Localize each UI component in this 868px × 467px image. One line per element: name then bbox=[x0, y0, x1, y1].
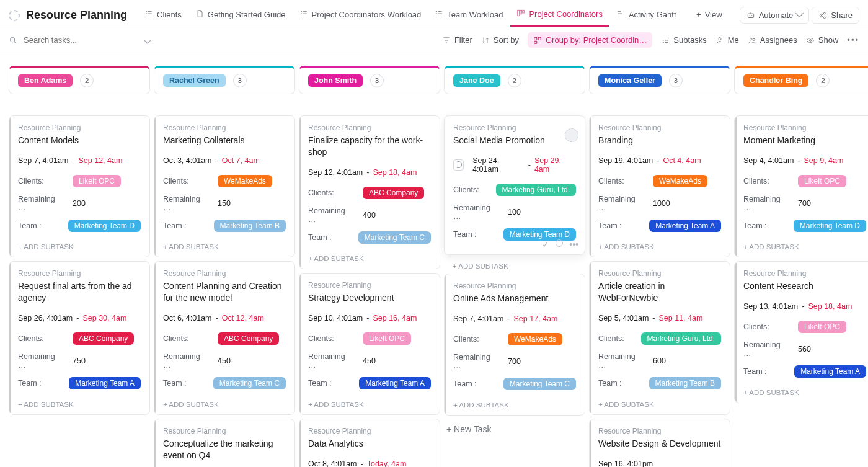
add-subtask-button[interactable]: + ADD SUBTASK bbox=[163, 239, 286, 257]
column: Jane Doe2Resource PlanningSocial Media P… bbox=[444, 66, 585, 467]
team-tag[interactable]: Marketing Team C bbox=[213, 377, 286, 389]
team-tag[interactable]: Marketing Team B bbox=[214, 220, 286, 232]
task-title: Strategy Development bbox=[308, 292, 431, 304]
group-by-pill[interactable]: Group by: Project Coordin… bbox=[528, 32, 652, 48]
column-header[interactable]: John Smith3 bbox=[299, 66, 440, 94]
add-subtask-button[interactable]: + ADD SUBTASK bbox=[598, 397, 721, 414]
column-header[interactable]: Chandler Bing2 bbox=[734, 66, 868, 94]
tab-project-coordinators[interactable]: Project Coordinators bbox=[510, 4, 609, 27]
task-card[interactable]: Resource PlanningMarketing CollateralsOc… bbox=[154, 115, 295, 257]
task-card[interactable]: Resource PlanningConceptualize the marke… bbox=[154, 419, 295, 467]
task-card[interactable]: Resource PlanningStrategy DevelopmentSep… bbox=[299, 273, 440, 415]
team-tag[interactable]: Marketing Team D bbox=[503, 228, 576, 241]
share-button[interactable]: Share bbox=[812, 7, 859, 24]
column-header[interactable]: Ben Adams2 bbox=[9, 66, 150, 94]
date-range: Sep 13, 4:01am-Sep 18, 4am bbox=[743, 302, 866, 311]
add-subtask-button[interactable]: + ADD SUBTASK bbox=[743, 239, 866, 257]
tab-clients[interactable]: Clients bbox=[138, 4, 188, 27]
team-tag[interactable]: Marketing Team A bbox=[359, 377, 431, 389]
automate-button[interactable]: Automate bbox=[740, 7, 810, 24]
task-card[interactable]: Resource PlanningOnline Ads ManagementSe… bbox=[444, 274, 585, 416]
add-subtask-button[interactable]: + ADD SUBTASK bbox=[18, 239, 141, 257]
tab-project-coordinators-workload[interactable]: Project Coordinators Workload bbox=[293, 4, 428, 27]
tab-getting-started-guide[interactable]: Getting Started Guide bbox=[189, 4, 292, 27]
new-task-button[interactable]: + New Task bbox=[444, 419, 585, 439]
task-card[interactable]: Resource PlanningWebsite Design & Develo… bbox=[589, 419, 730, 467]
date-range: Sep 12, 4:01am-Sep 18, 4am bbox=[308, 168, 431, 177]
svg-point-19 bbox=[809, 39, 811, 41]
client-tag[interactable]: WeMakeAds bbox=[653, 175, 707, 187]
team-label: Team : bbox=[18, 379, 54, 388]
task-card[interactable]: Resource PlanningRequest final arts from… bbox=[9, 261, 150, 415]
task-card[interactable]: Resource PlanningContent ModelsSep 7, 4:… bbox=[9, 115, 150, 257]
date-range: Sep 10, 4:01am-Sep 16, 4am bbox=[308, 314, 431, 322]
add-subtask-button[interactable]: + ADD SUBTASK bbox=[598, 239, 721, 257]
assignee-avatar[interactable] bbox=[565, 128, 578, 142]
due-date: Sep 12, 4am bbox=[78, 156, 122, 165]
tab-label: Getting Started Guide bbox=[208, 10, 286, 19]
team-tag[interactable]: Marketing Team A bbox=[69, 377, 141, 389]
team-tag[interactable]: Marketing Team B bbox=[649, 377, 722, 389]
client-tag[interactable]: LikeIt OPC bbox=[798, 321, 846, 333]
team-tag[interactable]: Marketing Team D bbox=[794, 220, 866, 232]
team-tag[interactable]: Marketing Team C bbox=[503, 378, 576, 390]
team-tag[interactable]: Marketing Team A bbox=[794, 365, 866, 378]
task-card[interactable]: Resource PlanningBrandingSep 19, 4:01am-… bbox=[589, 115, 730, 257]
plus-icon: + bbox=[696, 10, 701, 19]
team-tag[interactable]: Marketing Team D bbox=[68, 220, 141, 232]
add-subtask-button[interactable]: + ADD SUBTASK bbox=[444, 259, 585, 274]
task-card[interactable]: Resource PlanningArticle creation in Web… bbox=[589, 261, 730, 415]
task-card[interactable]: Resource PlanningFinalize capacity for t… bbox=[299, 115, 440, 269]
client-tag[interactable]: ABC Company bbox=[363, 187, 424, 199]
start-date: Sep 4, 4:01am bbox=[743, 156, 794, 165]
remaining-label: Remaining … bbox=[308, 352, 348, 370]
client-tag[interactable]: Marketing Guru, Ltd. bbox=[641, 332, 721, 345]
search-box[interactable] bbox=[9, 35, 150, 45]
add-subtask-button[interactable]: + ADD SUBTASK bbox=[308, 251, 431, 269]
status-circle-icon[interactable] bbox=[556, 239, 563, 247]
sort-button[interactable]: Sort by bbox=[481, 35, 519, 45]
add-subtask-button[interactable]: + ADD SUBTASK bbox=[453, 398, 576, 415]
assignees-button[interactable]: Assignees bbox=[748, 35, 797, 45]
column-header[interactable]: Monica Geller3 bbox=[589, 66, 730, 94]
team-label: Team : bbox=[453, 230, 489, 239]
search-input[interactable] bbox=[22, 35, 103, 45]
team-tag[interactable]: Marketing Team A bbox=[649, 220, 721, 232]
more-icon[interactable]: ••• bbox=[847, 35, 859, 45]
client-tag[interactable]: LikeIt OPC bbox=[798, 175, 846, 187]
tab-team-workload[interactable]: Team Workload bbox=[428, 4, 509, 27]
chevron-down-icon[interactable] bbox=[144, 37, 151, 43]
client-tag[interactable]: LikeIt OPC bbox=[73, 175, 121, 187]
add-subtask-button[interactable]: + ADD SUBTASK bbox=[308, 397, 431, 414]
add-subtask-button[interactable]: + ADD SUBTASK bbox=[743, 385, 866, 403]
task-card[interactable]: Resource PlanningContent ResearchSep 13,… bbox=[734, 261, 868, 403]
client-tag[interactable]: WeMakeAds bbox=[218, 175, 272, 187]
tab-timeline[interactable]: Timeline bbox=[684, 4, 688, 27]
date-range: Sep 19, 4:01am-Oct 4, 4am bbox=[598, 156, 721, 165]
task-card[interactable]: Resource PlanningData AnalyticsOct 8, 4:… bbox=[299, 419, 440, 467]
column-header[interactable]: Jane Doe2 bbox=[444, 66, 585, 94]
add-subtask-button[interactable]: + ADD SUBTASK bbox=[18, 397, 141, 414]
client-tag[interactable]: WeMakeAds bbox=[508, 333, 562, 345]
subtasks-button[interactable]: Subtasks bbox=[661, 35, 706, 45]
status-stripe bbox=[299, 419, 301, 467]
task-card[interactable]: Resource PlanningContent Planning and Cr… bbox=[154, 261, 295, 415]
client-tag[interactable]: LikeIt OPC bbox=[363, 332, 411, 345]
view-icon bbox=[144, 9, 153, 20]
me-button[interactable]: Me bbox=[715, 35, 739, 45]
add-subtask-button[interactable]: + ADD SUBTASK bbox=[163, 397, 286, 414]
column-header[interactable]: Rachel Green3 bbox=[154, 66, 295, 94]
client-tag[interactable]: ABC Company bbox=[218, 332, 279, 345]
show-button[interactable]: Show bbox=[806, 35, 839, 45]
task-card[interactable]: Resource PlanningMoment MarketingSep 4, … bbox=[734, 115, 868, 257]
tab-activity-gantt[interactable]: Activity Gantt bbox=[610, 4, 683, 27]
complete-icon[interactable]: ✓ bbox=[542, 239, 549, 249]
filter-button[interactable]: Filter bbox=[442, 35, 472, 45]
client-tag[interactable]: Marketing Guru, Ltd. bbox=[496, 184, 576, 196]
team-tag[interactable]: Marketing Team C bbox=[358, 231, 431, 244]
task-card[interactable]: Resource PlanningSocial Media PromotionS… bbox=[444, 115, 585, 255]
more-icon[interactable]: ••• bbox=[569, 239, 578, 249]
breadcrumb: Resource Planning bbox=[308, 281, 431, 290]
client-tag[interactable]: ABC Company bbox=[73, 332, 134, 345]
add-view-button[interactable]: + View bbox=[690, 5, 728, 25]
